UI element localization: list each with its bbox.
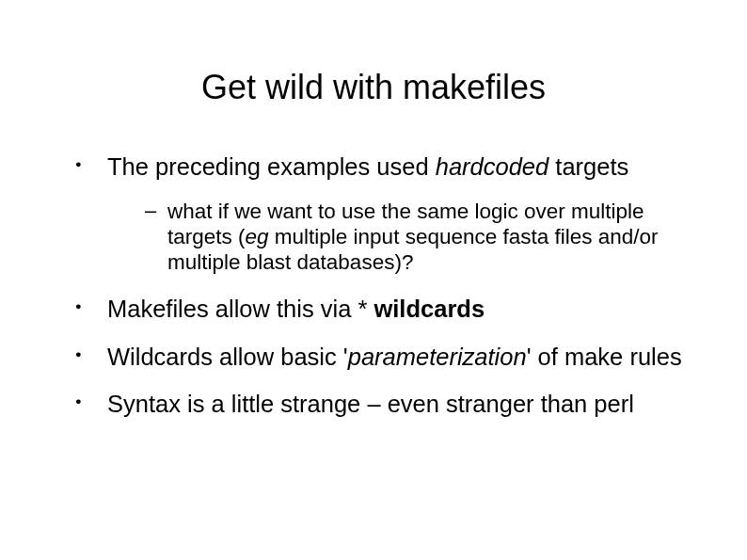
bullet-4-text: Syntax is a little strange – even strang… bbox=[107, 391, 634, 417]
bullet-1-text-em: hardcoded bbox=[436, 153, 549, 180]
bullet-item-1: The preceding examples used hardcoded ta… bbox=[75, 152, 691, 276]
bullet-2-text-bold: wildcards bbox=[374, 296, 485, 322]
slide-content: The preceding examples used hardcoded ta… bbox=[0, 152, 747, 419]
slide-title: Get wild with makefiles bbox=[0, 68, 747, 107]
sub-bullet-1-em: eg bbox=[246, 225, 269, 248]
bullet-1-text-post: targets bbox=[548, 153, 628, 180]
bullet-3-text-pre: Wildcards allow basic ' bbox=[107, 344, 348, 370]
bullet-item-2: Makefiles allow this via * wildcards bbox=[75, 295, 691, 324]
bullet-item-4: Syntax is a little strange – even strang… bbox=[75, 390, 691, 419]
bullet-list: The preceding examples used hardcoded ta… bbox=[75, 152, 691, 419]
bullet-item-3: Wildcards allow basic 'parameterization'… bbox=[75, 343, 691, 372]
sub-bullet-item-1: what if we want to use the same logic ov… bbox=[145, 199, 691, 276]
slide: Get wild with makefiles The preceding ex… bbox=[0, 68, 747, 560]
bullet-3-text-post: ' of make rules bbox=[527, 344, 682, 370]
bullet-2-text-pre: Makefiles allow this via * bbox=[107, 296, 374, 322]
bullet-1-text-pre: The preceding examples used bbox=[107, 153, 436, 180]
sub-bullet-list: what if we want to use the same logic ov… bbox=[107, 199, 691, 276]
bullet-3-text-em: parameterization bbox=[348, 344, 527, 370]
